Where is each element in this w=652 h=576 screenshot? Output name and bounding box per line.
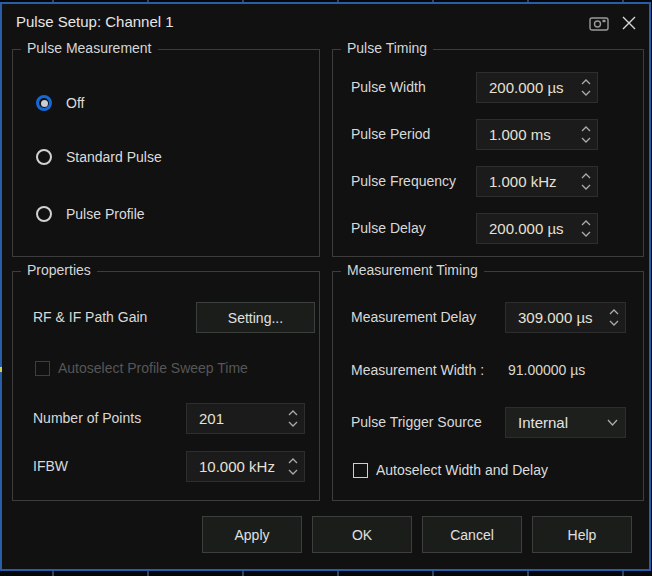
radio-button[interactable] bbox=[36, 149, 52, 165]
checkbox-label: Autoselect Profile Sweep Time bbox=[58, 360, 248, 376]
ifbw-label: IFBW bbox=[33, 458, 68, 474]
chevron-up-icon[interactable] bbox=[609, 309, 619, 315]
pulse-delay-field[interactable]: 200.000 µs bbox=[476, 213, 598, 244]
close-icon[interactable] bbox=[617, 11, 641, 35]
ifbw-value[interactable]: 10.000 kHz bbox=[187, 458, 282, 475]
pulse-period-value[interactable]: 1.000 ms bbox=[477, 126, 575, 143]
checkbox-box[interactable] bbox=[353, 463, 368, 478]
pulse-width-value[interactable]: 200.000 µs bbox=[477, 79, 575, 96]
pulse-trigger-source-dropdown[interactable]: Internal bbox=[505, 407, 626, 438]
apply-button[interactable]: Apply bbox=[202, 516, 302, 553]
camera-icon[interactable] bbox=[587, 11, 611, 35]
chevron-down-icon[interactable] bbox=[581, 137, 591, 143]
pulse-trigger-source-value: Internal bbox=[506, 414, 599, 431]
pulse-delay-label: Pulse Delay bbox=[351, 220, 426, 236]
background-graticule-bottom bbox=[0, 571, 652, 576]
radio-option-pulse-profile[interactable]: Pulse Profile bbox=[36, 203, 145, 225]
checkbox-box[interactable] bbox=[35, 361, 50, 376]
radio-option-off[interactable]: Off bbox=[36, 92, 84, 114]
measurement-delay-value[interactable]: 309.000 µs bbox=[506, 309, 603, 326]
checkbox-autoselect-profile-sweep-time[interactable]: Autoselect Profile Sweep Time bbox=[35, 360, 248, 376]
pulse-trigger-source-label: Pulse Trigger Source bbox=[351, 414, 482, 430]
checkbox-label: Autoselect Width and Delay bbox=[376, 462, 548, 478]
group-pulse-measurement: Pulse Measurement Off Standard Pulse Pul… bbox=[12, 49, 320, 257]
ifbw-spinner bbox=[282, 452, 304, 481]
chevron-down-icon[interactable] bbox=[581, 231, 591, 237]
chevron-up-icon[interactable] bbox=[581, 126, 591, 132]
dialog-titlebar: Pulse Setup: Channel 1 bbox=[2, 4, 649, 40]
cancel-button[interactable]: Cancel bbox=[422, 516, 522, 553]
pulse-frequency-spinner bbox=[575, 167, 597, 196]
pulse-width-field[interactable]: 200.000 µs bbox=[476, 72, 598, 103]
chevron-up-icon[interactable] bbox=[581, 220, 591, 226]
pulse-width-label: Pulse Width bbox=[351, 79, 426, 95]
pulse-frequency-value[interactable]: 1.000 kHz bbox=[477, 173, 575, 190]
rf-if-path-gain-label: RF & IF Path Gain bbox=[33, 309, 147, 325]
chevron-down-icon[interactable] bbox=[581, 184, 591, 190]
measurement-delay-field[interactable]: 309.000 µs bbox=[505, 302, 626, 333]
chevron-down-icon[interactable] bbox=[581, 90, 591, 96]
background-trace-speck bbox=[0, 367, 2, 372]
radio-label: Pulse Profile bbox=[66, 206, 145, 222]
radio-button[interactable] bbox=[36, 95, 52, 111]
radio-option-standard-pulse[interactable]: Standard Pulse bbox=[36, 146, 162, 168]
help-button[interactable]: Help bbox=[532, 516, 632, 553]
group-legend-properties: Properties bbox=[21, 262, 97, 278]
group-measurement-timing: Measurement Timing Measurement Delay 309… bbox=[332, 271, 644, 501]
chevron-down-icon bbox=[599, 419, 625, 426]
group-legend-pulse-measurement: Pulse Measurement bbox=[21, 40, 158, 56]
chevron-down-icon[interactable] bbox=[288, 421, 298, 427]
measurement-width-label: Measurement Width : bbox=[351, 362, 484, 378]
pulse-delay-value[interactable]: 200.000 µs bbox=[477, 220, 575, 237]
chevron-up-icon[interactable] bbox=[288, 410, 298, 416]
group-properties: Properties RF & IF Path Gain Setting... … bbox=[12, 271, 320, 501]
ifbw-field[interactable]: 10.000 kHz bbox=[186, 451, 305, 482]
pulse-period-spinner bbox=[575, 120, 597, 149]
measurement-width-value: 91.00000 µs bbox=[508, 362, 585, 378]
pulse-frequency-field[interactable]: 1.000 kHz bbox=[476, 166, 598, 197]
dialog-title: Pulse Setup: Channel 1 bbox=[16, 4, 174, 40]
pulse-period-field[interactable]: 1.000 ms bbox=[476, 119, 598, 150]
group-legend-pulse-timing: Pulse Timing bbox=[341, 40, 433, 56]
chevron-up-icon[interactable] bbox=[581, 79, 591, 85]
pulse-period-label: Pulse Period bbox=[351, 126, 430, 142]
chevron-down-icon[interactable] bbox=[288, 469, 298, 475]
pulse-frequency-label: Pulse Frequency bbox=[351, 173, 456, 189]
radio-label: Standard Pulse bbox=[66, 149, 162, 165]
pulse-setup-dialog: Pulse Setup: Channel 1 Pulse Measurement… bbox=[0, 2, 651, 571]
number-of-points-field[interactable]: 201 bbox=[186, 403, 305, 434]
group-legend-measurement-timing: Measurement Timing bbox=[341, 262, 484, 278]
setting-button[interactable]: Setting... bbox=[196, 302, 315, 333]
chevron-up-icon[interactable] bbox=[581, 173, 591, 179]
checkbox-autoselect-width-and-delay[interactable]: Autoselect Width and Delay bbox=[353, 462, 548, 478]
measurement-delay-spinner bbox=[603, 303, 625, 332]
number-of-points-spinner bbox=[282, 404, 304, 433]
number-of-points-label: Number of Points bbox=[33, 410, 141, 426]
number-of-points-value[interactable]: 201 bbox=[187, 410, 282, 427]
radio-label: Off bbox=[66, 95, 84, 111]
ok-button[interactable]: OK bbox=[312, 516, 412, 553]
pulse-delay-spinner bbox=[575, 214, 597, 243]
measurement-delay-label: Measurement Delay bbox=[351, 309, 476, 325]
chevron-down-icon[interactable] bbox=[609, 320, 619, 326]
chevron-up-icon[interactable] bbox=[288, 458, 298, 464]
group-pulse-timing: Pulse Timing Pulse Width 200.000 µs Puls… bbox=[332, 49, 644, 257]
pulse-width-spinner bbox=[575, 73, 597, 102]
radio-button[interactable] bbox=[36, 206, 52, 222]
